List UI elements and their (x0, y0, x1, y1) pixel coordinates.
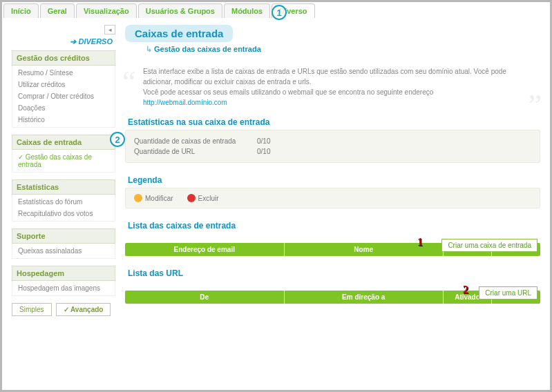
edit-icon (134, 194, 142, 202)
sidebar-header[interactable]: Suporte (12, 228, 115, 244)
col-email: Endereço de email (125, 243, 285, 256)
simple-mode-button[interactable]: Simples (12, 303, 52, 316)
page-title: Caixas de entrada (125, 25, 233, 42)
page-subtitle: ↳ Gestão das caixas de entrada (146, 42, 540, 54)
sidebar-item[interactable]: Resumo / Síntese (12, 67, 115, 79)
tab-geral[interactable]: Geral (40, 3, 75, 18)
sidebar-item[interactable]: Gestão das caixas de entrada (12, 151, 115, 170)
legend-item: Modificar (134, 194, 173, 202)
sidebar-item[interactable]: Utilizar créditos (12, 79, 115, 90)
stat-row: Quantidade de URL0/10 (134, 146, 531, 157)
stats-title: Estatísticas na sua caixa de entrada (125, 117, 540, 127)
advanced-mode-button[interactable]: ✓ Avançado (56, 303, 111, 316)
sidebar-item[interactable]: Recapitulativo dos votos (12, 208, 115, 219)
sidebar-item[interactable]: Queixas assinaladas (12, 245, 115, 257)
sidebar-item[interactable]: Comprar / Obter créditos (12, 90, 115, 102)
callout-1-icon: 1 (272, 5, 287, 20)
marker-1-icon: 1 (417, 236, 423, 248)
tab-in-cio[interactable]: Início (3, 3, 39, 18)
sidebar-item[interactable]: Hospedagem das imagens (12, 282, 115, 294)
sidebar-header[interactable]: Hospedagem (12, 266, 115, 281)
diverso-header: ➔ DIVERSO (12, 36, 115, 48)
tab-usu-rios-grupos[interactable]: Usuários & Grupos (138, 3, 222, 18)
delete-icon (187, 194, 196, 202)
collapse-icon[interactable]: ◂ (104, 25, 115, 35)
sidebar-header[interactable]: Caixas de entrada (12, 135, 115, 150)
sidebar-item[interactable]: Estatísticas do fórum (12, 196, 115, 208)
sidebar-header[interactable]: Gestão dos créditos (12, 50, 115, 66)
tab-visualiza-o[interactable]: Visualização (76, 3, 137, 18)
legend-title: Legenda (125, 175, 540, 185)
create-url-button[interactable]: Criar uma URL (479, 286, 537, 300)
tab-m-dulos[interactable]: Módulos (224, 3, 270, 18)
sidebar-header[interactable]: Estatísticas (12, 179, 115, 195)
col-from: De (125, 291, 285, 304)
callout-2-icon: 2 (110, 132, 125, 147)
stat-row: Quantidade de caixas de entrada0/10 (134, 136, 531, 146)
webmail-link[interactable]: http://webmail.domínio.com (143, 99, 227, 106)
legend-item: Excluir (187, 194, 219, 202)
sidebar-item[interactable]: Histórico (12, 114, 115, 126)
list1-title: Lista das caixas de entrada (125, 221, 540, 231)
create-inbox-button[interactable]: Criar uma caixa de entrada (441, 239, 537, 252)
marker-2-icon: 2 (463, 284, 468, 296)
sidebar-item[interactable]: Doações (12, 102, 115, 114)
col-to: Em direção a (285, 291, 444, 304)
intro-text: “ Esta interface exibe a lista de caixas… (125, 61, 540, 117)
list2-title: Lista das URL (125, 268, 540, 278)
